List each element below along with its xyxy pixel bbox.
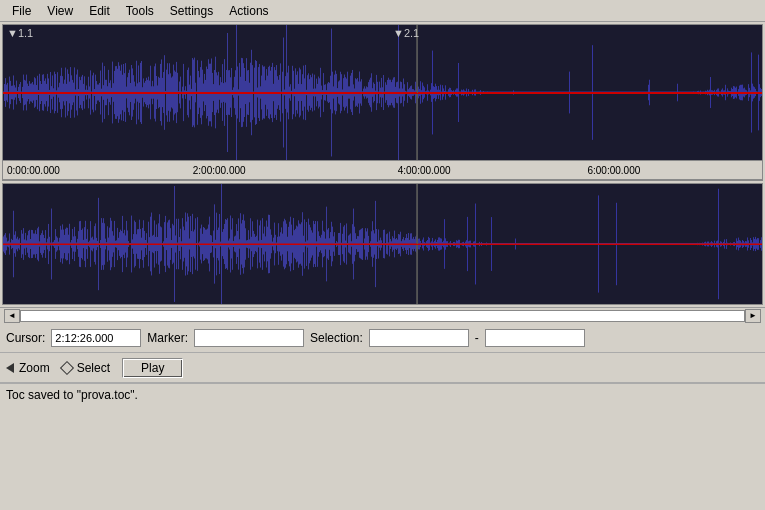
scrollbar-track[interactable] <box>20 310 745 322</box>
zoom-radio[interactable]: Zoom <box>6 361 50 375</box>
center-line-2 <box>3 244 762 245</box>
status-message: Toc saved to "prova.toc". <box>6 388 138 402</box>
menu-settings[interactable]: Settings <box>162 2 221 20</box>
scroll-left-arrow[interactable]: ◄ <box>4 309 20 323</box>
scroll-right-arrow[interactable]: ► <box>745 309 761 323</box>
timeline-ruler: 0:00:00.000 2:00:00.000 4:00:00.000 6:00… <box>3 160 762 180</box>
menu-file[interactable]: File <box>4 2 39 20</box>
cursor-label: Cursor: <box>6 331 45 345</box>
center-line-1 <box>3 93 762 94</box>
zoom-label: Zoom <box>19 361 50 375</box>
dash-label: - <box>475 331 479 345</box>
menu-bar: File View Edit Tools Settings Actions <box>0 0 765 22</box>
select-label: Select <box>77 361 110 375</box>
cursor-input[interactable] <box>51 329 141 347</box>
selection-end-input[interactable] <box>485 329 585 347</box>
marker-input[interactable] <box>194 329 304 347</box>
controls-bar: Cursor: Marker: Selection: - <box>0 323 765 353</box>
menu-tools[interactable]: Tools <box>118 2 162 20</box>
waveform-panel-1: ▼1.1 ▼2.1 0:00:00.000 2:00:00.000 4:00:0… <box>2 24 763 181</box>
select-icon <box>60 360 74 374</box>
scrollbar-area: ◄ ► <box>0 307 765 323</box>
ruler-mark-2: 4:00:00.000 <box>398 165 451 176</box>
ruler-mark-3: 6:00:00.000 <box>587 165 640 176</box>
menu-view[interactable]: View <box>39 2 81 20</box>
ruler-mark-0: 0:00:00.000 <box>7 165 60 176</box>
waveform-panel-2 <box>2 183 763 305</box>
track-area-2[interactable] <box>3 184 762 304</box>
bottom-toolbar: Zoom Select Play <box>0 353 765 383</box>
status-bar: Toc saved to "prova.toc". <box>0 383 765 405</box>
menu-edit[interactable]: Edit <box>81 2 118 20</box>
play-button[interactable]: Play <box>122 358 183 378</box>
track-area-1[interactable]: ▼1.1 ▼2.1 <box>3 25 762 160</box>
marker-label: Marker: <box>147 331 188 345</box>
ruler-mark-1: 2:00:00.000 <box>193 165 246 176</box>
track-label-2: ▼2.1 <box>393 27 419 39</box>
select-radio[interactable]: Select <box>62 361 110 375</box>
zoom-icon <box>6 363 14 373</box>
menu-actions[interactable]: Actions <box>221 2 276 20</box>
selection-start-input[interactable] <box>369 329 469 347</box>
track-label-1: ▼1.1 <box>7 27 33 39</box>
selection-label: Selection: <box>310 331 363 345</box>
